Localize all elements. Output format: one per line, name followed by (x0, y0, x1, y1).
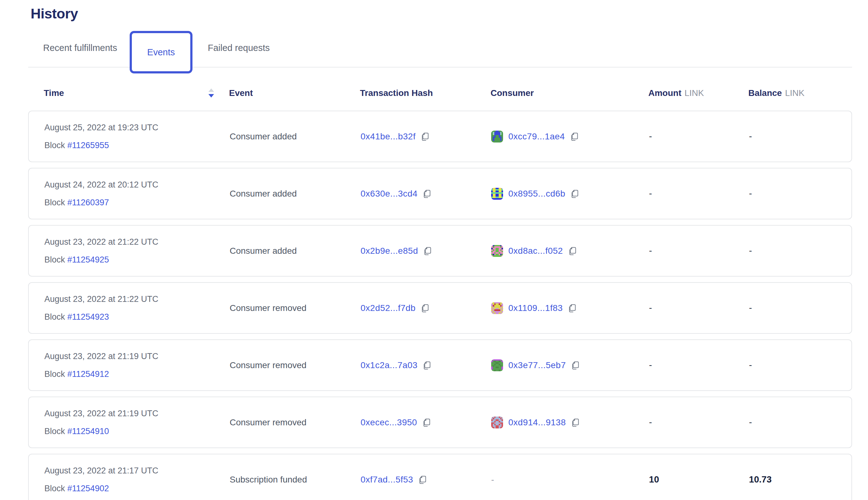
column-header-amount-label: Amount (648, 88, 682, 98)
block-label: Block (44, 484, 65, 493)
consumer-address-link[interactable]: 0xd914...9138 (509, 418, 566, 428)
row-hash-cell: 0x630e...3cd4 (361, 189, 491, 199)
row-balance: - (749, 360, 852, 370)
table-row: August 23, 2022 at 21:22 UTC Block #1125… (28, 225, 852, 276)
consumer-avatar (491, 245, 503, 257)
row-hash-cell: 0x2b9e...e85d (361, 246, 491, 256)
copy-hash-icon[interactable] (420, 132, 430, 141)
table-row: August 23, 2022 at 21:22 UTC Block #1125… (28, 282, 852, 334)
consumer-address-link[interactable]: 0x8955...cd6b (509, 189, 565, 199)
row-event-type: Consumer added (230, 132, 361, 141)
block-number-link[interactable]: #11254925 (68, 255, 109, 264)
consumer-address-link[interactable]: 0x3e77...5eb7 (509, 360, 566, 370)
table-row: August 24, 2022 at 20:12 UTC Block #1126… (28, 168, 852, 219)
row-time-cell: August 23, 2022 at 21:22 UTC Block #1125… (44, 237, 230, 265)
row-time-cell: August 23, 2022 at 21:19 UTC Block #1125… (44, 409, 230, 436)
row-consumer-cell: 0x8955...cd6b - (491, 188, 649, 200)
row-balance: - (749, 189, 852, 199)
copy-hash-icon[interactable] (420, 303, 430, 313)
transaction-hash-link[interactable]: 0xecec...3950 (361, 418, 417, 428)
block-number-link[interactable]: #11254912 (68, 370, 109, 379)
block-label: Block (44, 198, 65, 207)
transaction-hash-link[interactable]: 0x2b9e...e85d (361, 246, 418, 256)
tab-recent-fulfillments[interactable]: Recent fulfillments (43, 43, 117, 53)
row-amount: 10 (649, 474, 749, 485)
copy-address-icon[interactable] (570, 189, 580, 199)
copy-address-icon[interactable] (570, 418, 580, 428)
transaction-hash-link[interactable]: 0x630e...3cd4 (361, 189, 418, 199)
column-header-balance-unit: LINK (785, 88, 804, 98)
row-event-type: Consumer added (230, 189, 361, 199)
transaction-hash-link[interactable]: 0x1c2a...7a03 (361, 360, 418, 370)
row-time-cell: August 23, 2022 at 21:17 UTC Block #1125… (44, 466, 230, 493)
copy-address-icon[interactable] (570, 360, 580, 370)
row-event-type: Consumer added (230, 246, 361, 256)
row-consumer-cell: 0x1109...1f83 - (491, 302, 649, 314)
row-time-cell: August 25, 2022 at 19:23 UTC Block #1126… (44, 123, 230, 150)
empty-consumer-dash: - (491, 475, 494, 485)
row-amount: - (649, 417, 749, 428)
row-event-type: Consumer removed (230, 303, 361, 313)
copy-hash-icon[interactable] (422, 360, 432, 370)
column-header-transaction-hash: Transaction Hash (360, 88, 491, 98)
row-consumer-cell: 0xd914...9138 - (491, 417, 649, 429)
row-balance: - (749, 246, 852, 256)
consumer-address-link[interactable]: 0x1109...1f83 (509, 303, 563, 313)
row-block-line: Block #11254902 (44, 484, 230, 493)
row-block-line: Block #11260397 (44, 198, 230, 207)
column-header-amount-unit: LINK (685, 88, 704, 98)
block-label: Block (44, 370, 65, 379)
row-hash-cell: 0xecec...3950 (361, 418, 491, 428)
table-row: August 23, 2022 at 21:17 UTC Block #1125… (28, 454, 852, 500)
copy-hash-icon[interactable] (422, 418, 432, 428)
tab-events-label: Events (147, 47, 175, 57)
column-header-event: Event (229, 88, 360, 98)
row-timestamp: August 23, 2022 at 21:22 UTC (44, 294, 230, 304)
copy-hash-icon[interactable] (422, 246, 432, 256)
row-balance: - (749, 303, 852, 313)
block-number-link[interactable]: #11254910 (68, 427, 109, 436)
consumer-address-link[interactable]: 0xcc79...1ae4 (509, 132, 565, 141)
row-block-line: Block #11254912 (44, 370, 230, 379)
row-timestamp: August 23, 2022 at 21:19 UTC (44, 352, 230, 361)
row-consumer-cell: 0x3e77...5eb7 - (491, 359, 649, 371)
row-consumer-cell: - - (491, 475, 649, 485)
row-time-cell: August 24, 2022 at 20:12 UTC Block #1126… (44, 180, 230, 207)
events-table-body: August 25, 2022 at 19:23 UTC Block #1126… (28, 111, 852, 500)
sort-descending-icon[interactable] (208, 88, 215, 99)
column-header-amount: AmountLINK (648, 88, 748, 98)
row-amount: - (649, 246, 749, 256)
row-block-line: Block #11254925 (44, 255, 230, 265)
block-label: Block (44, 427, 65, 436)
row-event-type: Consumer removed (230, 360, 361, 370)
tab-failed-requests[interactable]: Failed requests (208, 43, 270, 53)
row-event-type: Consumer removed (230, 418, 361, 428)
block-number-link[interactable]: #11254902 (68, 484, 109, 493)
column-header-time-label: Time (44, 88, 64, 98)
consumer-address-link[interactable]: 0xd8ac...f052 (509, 246, 563, 256)
row-hash-cell: 0x1c2a...7a03 (361, 360, 491, 370)
row-balance: 10.73 (749, 474, 852, 485)
transaction-hash-link[interactable]: 0xf7ad...5f53 (361, 475, 413, 485)
block-number-link[interactable]: #11254923 (68, 312, 109, 321)
block-number-link[interactable]: #11260397 (68, 198, 109, 207)
column-header-balance-label: Balance (748, 88, 782, 98)
consumer-avatar (491, 359, 503, 371)
block-label: Block (44, 255, 65, 264)
row-hash-cell: 0x41be...b32f (361, 132, 491, 141)
row-hash-cell: 0x2d52...f7db (361, 303, 491, 313)
block-label: Block (44, 312, 65, 321)
row-amount: - (649, 131, 749, 141)
tab-events[interactable]: Events (130, 31, 193, 73)
block-number-link[interactable]: #11265955 (68, 141, 109, 150)
copy-hash-icon[interactable] (422, 189, 432, 199)
copy-hash-icon[interactable] (418, 475, 427, 485)
consumer-avatar (491, 188, 503, 200)
transaction-hash-link[interactable]: 0x2d52...f7db (361, 303, 415, 313)
copy-address-icon[interactable] (569, 132, 579, 141)
row-event-type: Subscription funded (230, 475, 361, 485)
transaction-hash-link[interactable]: 0x41be...b32f (361, 132, 415, 141)
copy-address-icon[interactable] (568, 246, 578, 256)
copy-address-icon[interactable] (567, 303, 577, 313)
column-header-balance: BalanceLINK (748, 88, 852, 98)
